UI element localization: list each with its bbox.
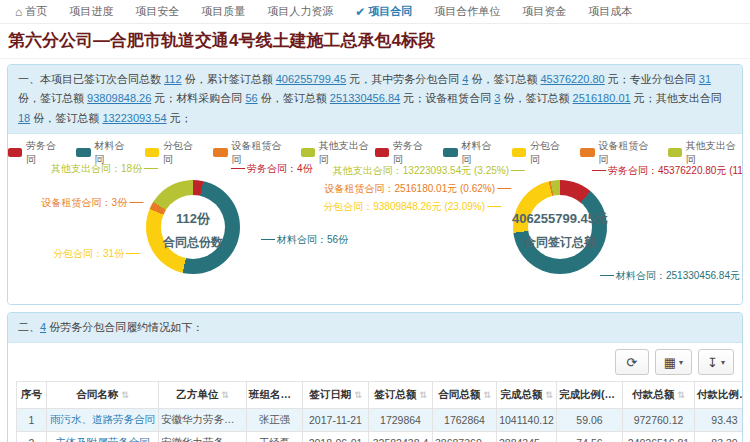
- summary-text: 份，签订总额: [468, 73, 540, 85]
- donut-ring[interactable]: [513, 180, 607, 274]
- table-row: 2主体及附属劳务合同安徽华力劳务有限公司王经磊2018-06-013258243…: [17, 432, 744, 442]
- nav-item-label: 项目资金: [522, 4, 566, 19]
- contract-name-link[interactable]: 雨污水、道路劳务合同: [50, 413, 155, 425]
- columns-button[interactable]: ▦▾: [655, 349, 692, 375]
- nav-item-label: 项目进度: [69, 4, 113, 19]
- nav-item-3[interactable]: 项目安全: [124, 4, 190, 19]
- check-icon: ✔: [355, 6, 365, 18]
- sort-icon: ⇅: [483, 390, 491, 400]
- labor-table-body: ⟳▦▾↧▾ 序号合同名称⇅乙方单位⇅班组名称⇅签订日期⇅签订总额⇅合同总额⇅完成…: [8, 343, 742, 442]
- cell: 1: [17, 409, 47, 432]
- column-header-8[interactable]: 完成总额⇅: [497, 382, 557, 409]
- label-connector-line: [231, 168, 245, 169]
- summary-stat-link[interactable]: 93809848.26: [87, 92, 151, 104]
- table-toolbar: ⟳▦▾↧▾: [16, 349, 734, 375]
- summary-text: 元；材料采购合同: [151, 92, 245, 104]
- nav-item-2[interactable]: 项目进度: [58, 4, 124, 19]
- slice-label-劳务合同: 劳务合同：4份: [229, 162, 313, 176]
- legend-label: 其他支出合同: [686, 139, 742, 167]
- nav-item-8[interactable]: 项目资金: [511, 4, 577, 19]
- sort-icon: ⇅: [294, 390, 302, 400]
- nav-item-label: 首页: [25, 4, 47, 19]
- slice-label-分包合同: 分包合同：31份: [53, 247, 142, 261]
- slice-label-text: 设备租赁合同：2516180.01元 (0.62%): [324, 183, 495, 194]
- legend-item-劳务合同[interactable]: 劳务合同: [375, 139, 430, 167]
- summary-stat-link[interactable]: 18: [18, 112, 30, 124]
- column-header-9[interactable]: 完成比例(%)⇅: [557, 382, 623, 409]
- column-header-6[interactable]: 签订总额⇅: [369, 382, 433, 409]
- page-title: 第六分公司—合肥市轨道交通4号线土建施工总承包4标段: [0, 24, 750, 59]
- column-header-2[interactable]: 合同名称⇅: [47, 382, 159, 409]
- legend-item-其他支出合同[interactable]: 其他支出合同: [668, 139, 742, 167]
- summary-text: 份劳务分包合同履约情况如下：: [46, 321, 203, 333]
- sort-icon: ⇅: [121, 390, 129, 400]
- cell: 1762864: [433, 409, 497, 432]
- summary-text: 元；: [167, 112, 192, 124]
- summary-stat-link[interactable]: 31: [699, 73, 711, 85]
- nav-item-5[interactable]: 项目人力资源: [256, 4, 344, 19]
- summary-stat-link[interactable]: 2516180.01: [573, 92, 631, 104]
- columns-icon: ▦: [664, 355, 676, 370]
- legend-item-分包合同[interactable]: 分包合同: [512, 139, 567, 167]
- summary-text: 元；设备租赁合同: [400, 92, 494, 104]
- sort-icon: ⇅: [354, 390, 362, 400]
- column-header-label: 乙方单位: [176, 388, 218, 400]
- summary-text: 二、: [18, 321, 40, 333]
- column-header-5[interactable]: 签订日期⇅: [303, 382, 369, 409]
- contract-count-donut-chart: 劳务合同材料合同分包合同设备租赁合同其他支出合同112份合同总份数劳务合同：4份…: [8, 134, 375, 304]
- column-header-3[interactable]: 乙方单位⇅: [159, 382, 247, 409]
- summary-stat-link[interactable]: 406255799.45: [276, 73, 346, 85]
- label-connector-line: [129, 202, 143, 203]
- refresh-icon: ⟳: [626, 355, 637, 370]
- legend-swatch: [76, 148, 90, 157]
- nav-item-label: 项目人力资源: [267, 4, 333, 19]
- summary-stat-link[interactable]: 112: [164, 73, 182, 85]
- column-header-label: 签订总额: [374, 388, 416, 400]
- nav-item-7[interactable]: 项目合作单位: [423, 4, 511, 19]
- column-header-11[interactable]: 付款比例(%)⇅: [695, 382, 744, 409]
- label-connector-line: [600, 275, 614, 276]
- column-header-10[interactable]: 付款总额⇅: [623, 382, 695, 409]
- legend-label: 分包合同: [530, 139, 567, 167]
- cell: 38687360.21: [433, 432, 497, 442]
- summary-text: 份，签订总额: [18, 92, 87, 104]
- nav-item-1[interactable]: ⌂首页: [4, 4, 58, 19]
- column-header-7[interactable]: 合同总额⇅: [433, 382, 497, 409]
- sort-icon: ⇅: [221, 390, 229, 400]
- summary-text: 元，其中劳务分包合同: [346, 73, 462, 85]
- column-header-4[interactable]: 班组名称⇅: [247, 382, 303, 409]
- summary-text: 元；其他支出合同: [631, 92, 722, 104]
- donut-ring[interactable]: [146, 180, 240, 274]
- cell: 2017-11-21: [303, 409, 369, 432]
- summary-stat-link[interactable]: 56: [245, 92, 257, 104]
- cell: 59.06: [557, 409, 623, 432]
- legend-item-材料合同[interactable]: 材料合同: [443, 139, 498, 167]
- summary-stat-link[interactable]: 13223093.54: [102, 112, 166, 124]
- slice-label-text: 设备租赁合同：3份: [41, 197, 127, 208]
- legend-item-设备租赁合同[interactable]: 设备租赁合同: [580, 139, 654, 167]
- legend-swatch: [145, 148, 159, 157]
- summary-stat-link[interactable]: 251330456.84: [330, 92, 400, 104]
- label-connector-line: [511, 170, 525, 171]
- refresh-button[interactable]: ⟳: [615, 349, 649, 375]
- cell: 1041140.12: [497, 409, 557, 432]
- slice-label-text: 材料合同：251330456.84元 (61.87%): [616, 270, 743, 281]
- slice-label-text: 材料合同：56份: [277, 234, 348, 245]
- nav-item-6[interactable]: ✔项目合同: [344, 4, 423, 19]
- summary-stat-link[interactable]: 45376220.80: [540, 73, 604, 85]
- nav-item-4[interactable]: 项目质量: [190, 4, 256, 19]
- legend-swatch: [668, 148, 682, 157]
- cell: 2018-06-01: [303, 432, 369, 442]
- slice-label-text: 分包合同：31份: [53, 248, 124, 259]
- cell: 83.30: [695, 432, 744, 442]
- column-header-label: 签订日期: [309, 388, 351, 400]
- nav-item-9[interactable]: 项目成本: [577, 4, 643, 19]
- slice-label-材料合同: 材料合同：251330456.84元 (61.87%): [598, 269, 743, 283]
- contract-name-link[interactable]: 主体及附属劳务合同: [55, 436, 150, 442]
- export-button[interactable]: ↧▾: [698, 349, 734, 375]
- label-connector-line: [126, 253, 140, 254]
- contracts-overview-panel: 一、本项目已签订次合同总数 112 份，累计签订总额 406255799.45 …: [7, 64, 743, 305]
- summary-text: 一、本项目已签订次合同总数: [18, 73, 164, 85]
- nav-item-label: 项目质量: [201, 4, 245, 19]
- slice-label-设备租赁合同: 设备租赁合同：2516180.01元 (0.62%): [324, 182, 513, 196]
